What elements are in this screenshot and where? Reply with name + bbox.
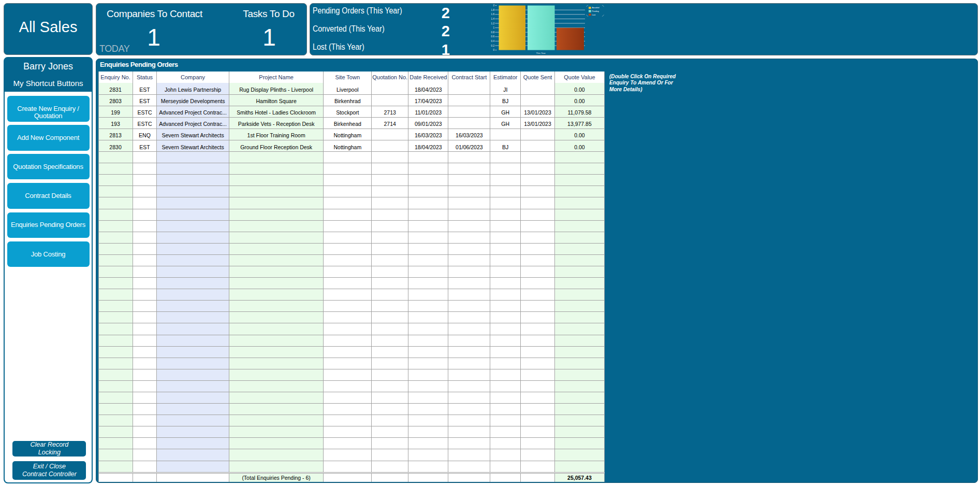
svg-text:Awarded: Awarded xyxy=(592,7,599,9)
svg-text:0.6: 0.6 xyxy=(491,35,495,38)
svg-text:1.2: 1.2 xyxy=(491,22,495,25)
svg-text:Lost: Lost xyxy=(592,14,596,16)
svg-text:Pending: Pending xyxy=(592,10,599,12)
svg-text:0.8: 0.8 xyxy=(491,31,495,34)
svg-text:2: 2 xyxy=(493,4,494,7)
svg-text:1.6: 1.6 xyxy=(491,13,495,16)
svg-text:1.4: 1.4 xyxy=(491,18,495,20)
svg-text:0.2: 0.2 xyxy=(491,45,495,47)
svg-text:This Year: This Year xyxy=(536,52,546,54)
svg-text:1: 1 xyxy=(493,26,494,29)
svg-text:0: 0 xyxy=(493,49,494,51)
svg-text:1.8: 1.8 xyxy=(491,9,495,11)
svg-text:0.4: 0.4 xyxy=(491,40,495,42)
